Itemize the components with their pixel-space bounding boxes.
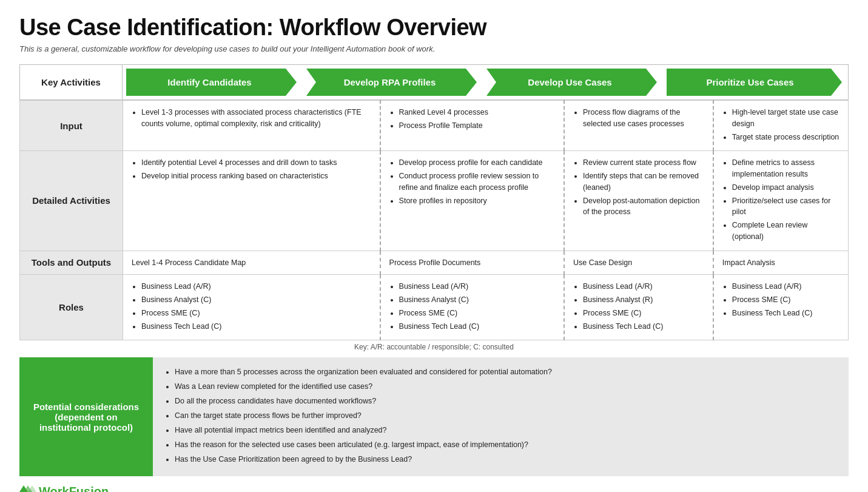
- detailed-cell-2: Develop process profile for each candida…: [380, 151, 564, 251]
- roles-key: Key: A/R: accountable / responsible; C: …: [19, 343, 849, 351]
- consideration-item: Do all the process candidates have docum…: [175, 395, 838, 407]
- considerations-section: Potential considerations (dependent on i…: [19, 357, 849, 476]
- roles-row: Roles Business Lead (A/R) Business Analy…: [20, 275, 849, 340]
- input-cell-1: Level 1-3 processes with associated proc…: [123, 101, 380, 151]
- roles-cell-1: Business Lead (A/R) Business Analyst (C)…: [123, 275, 380, 340]
- considerations-label: Potential considerations (dependent on i…: [19, 357, 153, 476]
- considerations-list: Have a more than 5 processes across the …: [164, 366, 838, 465]
- detailed-cell-3: Review current state process flow Identi…: [564, 151, 713, 251]
- considerations-content: Have a more than 5 processes across the …: [153, 357, 849, 476]
- input-cell-4: High-level target state use case design …: [713, 101, 849, 151]
- phase-identify: Identify Candidates: [126, 69, 297, 96]
- tools-outputs-label: Tools and Outputs: [20, 251, 123, 275]
- workfusion-logo-text: WorkFusion: [39, 485, 109, 492]
- detailed-activities-row: Detailed Activities Identify potential L…: [20, 151, 849, 251]
- workfusion-logo-icon: [19, 485, 36, 492]
- roles-cell-3: Business Lead (A/R) Business Analyst (R)…: [564, 275, 713, 340]
- tools-cell-3: Use Case Design: [564, 251, 713, 275]
- roles-cell-2: Business Lead (A/R) Business Analyst (C)…: [380, 275, 564, 340]
- logo-area: WorkFusion: [19, 485, 849, 492]
- phase-develop-use-cases: Develop Use Cases: [486, 69, 657, 96]
- roles-cell-4: Business Lead (A/R) Process SME (C) Busi…: [713, 275, 849, 340]
- tools-cell-4: Impact Analysis: [713, 251, 849, 275]
- tools-cell-2: Process Profile Documents: [380, 251, 564, 275]
- phase-arrows: Identify Candidates Develop RPA Profiles…: [123, 64, 849, 100]
- roles-label: Roles: [20, 275, 123, 340]
- consideration-item: Have all potential impact metrics been i…: [175, 424, 838, 436]
- consideration-item: Has the Use Case Prioritization been agr…: [175, 453, 838, 465]
- detailed-cell-4: Define metrics to assess implementation …: [713, 151, 849, 251]
- input-cell-3: Process flow diagrams of the selected us…: [564, 101, 713, 151]
- input-row: Input Level 1-3 processes with associate…: [20, 101, 849, 151]
- input-cell-2: Ranked Level 4 processes Process Profile…: [380, 101, 564, 151]
- header-row: Key Activities Identify Candidates Devel…: [19, 64, 849, 100]
- consideration-item: Was a Lean review completed for the iden…: [175, 380, 838, 393]
- phase-develop-rpa: Develop RPA Profiles: [306, 69, 477, 96]
- main-content-table: Input Level 1-3 processes with associate…: [19, 100, 849, 340]
- page-subtitle: This is a general, customizable workflow…: [19, 44, 849, 53]
- consideration-item: Can the target state process flows be fu…: [175, 409, 838, 422]
- consideration-item: Has the reason for the selected use case…: [175, 439, 838, 451]
- tools-cell-1: Level 1-4 Process Candidate Map: [123, 251, 380, 275]
- key-activities-label: Key Activities: [19, 64, 123, 100]
- input-label: Input: [20, 101, 123, 151]
- consideration-item: Have a more than 5 processes across the …: [175, 366, 838, 378]
- phase-prioritize: Prioritize Use Cases: [667, 69, 842, 96]
- page-title: Use Case Identification: Workflow Overvi…: [19, 15, 849, 41]
- tools-outputs-row: Tools and Outputs Level 1-4 Process Cand…: [20, 251, 849, 275]
- detailed-activities-label: Detailed Activities: [20, 151, 123, 251]
- detailed-cell-1: Identify potential Level 4 processes and…: [123, 151, 380, 251]
